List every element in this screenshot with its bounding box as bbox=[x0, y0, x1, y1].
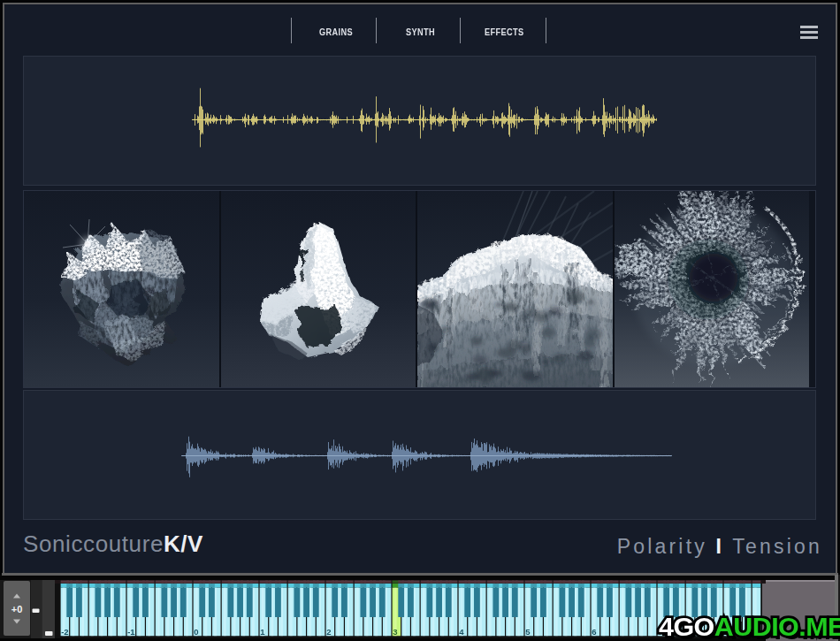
svg-text:3: 3 bbox=[393, 627, 397, 637]
svg-text:-1: -1 bbox=[127, 627, 135, 637]
svg-text:1: 1 bbox=[260, 627, 265, 637]
svg-text:-2: -2 bbox=[61, 627, 68, 637]
svg-text:2: 2 bbox=[326, 627, 331, 637]
svg-text:0: 0 bbox=[194, 627, 198, 637]
svg-text:5: 5 bbox=[525, 627, 531, 637]
svg-text:4: 4 bbox=[459, 627, 464, 637]
svg-text:+0: +0 bbox=[11, 604, 23, 614]
svg-text:6: 6 bbox=[592, 627, 596, 637]
